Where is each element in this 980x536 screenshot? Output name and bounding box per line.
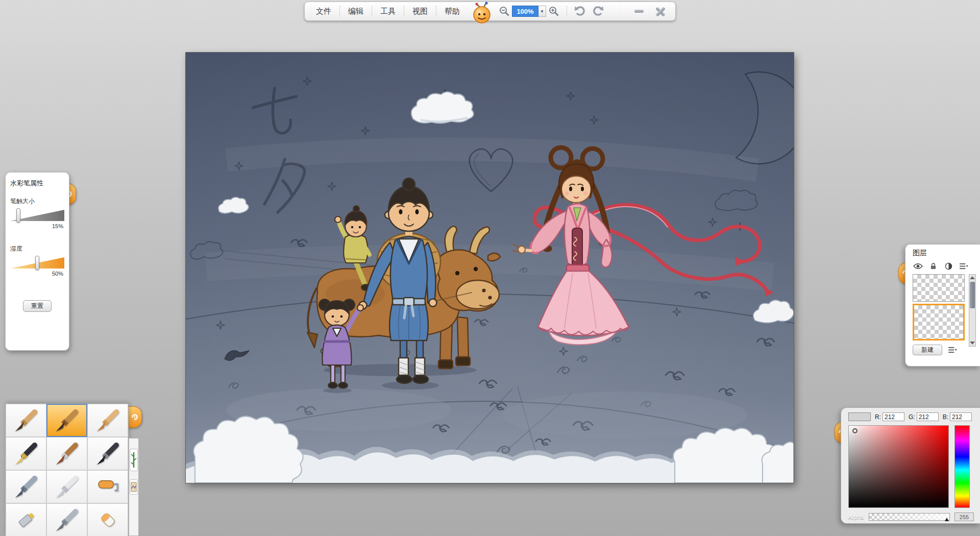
redo-button[interactable] bbox=[591, 4, 606, 19]
brush-oil-brush[interactable] bbox=[46, 437, 87, 470]
minimize-button[interactable] bbox=[631, 4, 647, 19]
layers-toolbar bbox=[913, 261, 978, 271]
brush-watercolor-brush[interactable] bbox=[46, 404, 87, 437]
undo-icon bbox=[573, 5, 586, 18]
zoom-out-icon bbox=[499, 6, 510, 17]
layers-scrollbar[interactable] bbox=[969, 274, 976, 347]
color-picker-main bbox=[848, 425, 974, 508]
app-window: { "toolbar": { "menu": [ {"label": "文件"}… bbox=[0, 0, 980, 536]
layer-list bbox=[913, 274, 965, 340]
blend-icon bbox=[945, 262, 952, 270]
lock-icon bbox=[930, 262, 937, 270]
brush-properties-panel: 水彩笔属性 笔触大小 15% 湿度 50% 重置 bbox=[5, 172, 69, 351]
hue-bar[interactable] bbox=[954, 425, 970, 508]
g-input[interactable] bbox=[917, 412, 939, 421]
layer-thumbnail-1[interactable] bbox=[913, 274, 965, 302]
new-layer-button[interactable]: 新建 bbox=[913, 345, 942, 355]
texture-swatch-button[interactable] bbox=[130, 479, 138, 495]
eye-icon bbox=[913, 263, 923, 270]
brush-size-handle[interactable] bbox=[16, 208, 20, 223]
r-label: R: bbox=[875, 413, 881, 421]
zoom-out-button[interactable] bbox=[497, 4, 512, 19]
zoom-in-button[interactable] bbox=[546, 4, 561, 19]
b-input[interactable] bbox=[950, 412, 972, 421]
layers-bottom-bar: 新建 bbox=[913, 345, 978, 355]
alpha-label: Alpha bbox=[848, 514, 864, 520]
wetness-label: 湿度 bbox=[10, 245, 64, 253]
brush-pencil[interactable] bbox=[6, 404, 46, 437]
layer-menu-icon bbox=[948, 347, 957, 353]
brush-palette-collapse-tab[interactable] bbox=[128, 406, 142, 428]
close-button[interactable] bbox=[653, 4, 668, 19]
close-icon bbox=[655, 6, 666, 16]
brush-palette-knife[interactable] bbox=[46, 470, 87, 503]
scroll-down-icon[interactable] bbox=[970, 342, 975, 345]
minimize-icon bbox=[634, 10, 644, 13]
panel-handle-icon bbox=[130, 412, 139, 422]
layer-menu-icon bbox=[960, 263, 968, 270]
toolbar-separator bbox=[436, 6, 436, 17]
reset-button[interactable]: 重置 bbox=[23, 300, 52, 312]
brush-size-label: 笔触大小 bbox=[10, 197, 64, 206]
toolbar-separator bbox=[567, 6, 567, 17]
wetness-value: 50% bbox=[10, 271, 64, 277]
current-color-swatch bbox=[848, 412, 871, 421]
layer-lock-button[interactable] bbox=[928, 262, 938, 270]
app-logo-icon[interactable] bbox=[470, 1, 494, 26]
brush-airbrush[interactable] bbox=[6, 470, 46, 503]
toolbar-separator bbox=[339, 6, 340, 17]
alpha-marker[interactable] bbox=[945, 518, 949, 521]
saturation-value-box[interactable] bbox=[848, 425, 949, 508]
zoom-level-input[interactable] bbox=[512, 6, 538, 17]
menu-view[interactable]: 视图 bbox=[405, 2, 435, 20]
wetness-handle[interactable] bbox=[35, 256, 39, 270]
brush-fountain-pen[interactable] bbox=[6, 437, 46, 470]
menu-help[interactable]: 帮助 bbox=[437, 2, 467, 20]
zoom-in-icon bbox=[548, 6, 559, 17]
brush-ink-brush[interactable] bbox=[87, 437, 128, 470]
brush-size-value: 15% bbox=[10, 223, 64, 229]
brush-paint-tube[interactable] bbox=[6, 503, 46, 536]
menu-edit[interactable]: 编辑 bbox=[341, 2, 371, 20]
scrollbar-thumb[interactable] bbox=[970, 282, 975, 308]
texture-icon bbox=[131, 482, 137, 492]
brush-properties-title: 水彩笔属性 bbox=[10, 179, 64, 188]
bamboo-icon bbox=[131, 451, 137, 469]
color-picker-panel: R: G: B: Alpha bbox=[841, 407, 980, 524]
scroll-up-icon[interactable] bbox=[970, 276, 975, 279]
sv-cursor[interactable] bbox=[852, 428, 857, 433]
toolbar-separator bbox=[404, 6, 404, 17]
layer-visibility-button[interactable] bbox=[913, 262, 923, 270]
brush-size-slider[interactable] bbox=[10, 210, 64, 221]
painting-canvas[interactable] bbox=[186, 53, 794, 483]
layer-blend-button[interactable] bbox=[943, 262, 953, 270]
layer-options-button[interactable] bbox=[947, 346, 958, 354]
b-label: B: bbox=[943, 413, 948, 421]
r-input[interactable] bbox=[883, 412, 904, 421]
alpha-slider[interactable] bbox=[869, 513, 950, 521]
zoom-dropdown-caret[interactable]: ▼ bbox=[538, 6, 546, 17]
alpha-gradient bbox=[869, 514, 949, 520]
layers-panel: 图层 bbox=[905, 244, 980, 367]
top-toolbar: 文件 编辑 工具 视图 帮助 ▼ bbox=[304, 2, 676, 21]
window-buttons bbox=[631, 4, 671, 19]
layers-title: 图层 bbox=[913, 249, 978, 258]
alpha-row: Alpha bbox=[848, 513, 974, 521]
layer-thumbnail-2[interactable] bbox=[913, 304, 965, 340]
g-label: G: bbox=[909, 413, 915, 421]
alpha-input[interactable] bbox=[954, 513, 974, 521]
wetness-slider[interactable] bbox=[10, 257, 64, 269]
toolbar-separator bbox=[372, 6, 372, 17]
redo-icon bbox=[592, 5, 605, 18]
rgb-row: R: G: B: bbox=[848, 412, 974, 421]
brush-paint-roller[interactable] bbox=[87, 470, 128, 503]
brush-marker[interactable] bbox=[46, 503, 87, 536]
brush-eraser[interactable] bbox=[87, 503, 128, 536]
bamboo-texture-button[interactable] bbox=[130, 449, 138, 471]
layer-menu-button[interactable] bbox=[959, 262, 969, 270]
brush-grid bbox=[5, 403, 129, 536]
menu-file[interactable]: 文件 bbox=[309, 2, 338, 20]
undo-button[interactable] bbox=[572, 4, 587, 19]
menu-tools[interactable]: 工具 bbox=[373, 2, 403, 20]
brush-crayon[interactable] bbox=[87, 404, 128, 437]
